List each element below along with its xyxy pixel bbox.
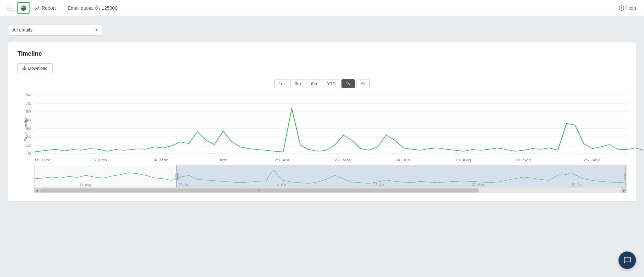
time-btn-ytd[interactable]: YTD <box>323 79 340 88</box>
download-button[interactable]: Download <box>17 63 53 73</box>
time-btn-all[interactable]: All <box>356 79 370 88</box>
top-nav: Report Email quota: 0 / 125000 ? Help <box>0 0 644 16</box>
navigator-left-handle[interactable] <box>175 173 179 180</box>
scroll-thumb[interactable] <box>40 188 479 192</box>
page-content: All emails Sent Opened Clicked Bounced ▼… <box>0 16 644 209</box>
report-label: Report <box>42 5 56 11</box>
svg-point-3 <box>35 9 36 10</box>
svg-text:29. Apr: 29. Apr <box>275 158 290 162</box>
svg-text:27. May: 27. May <box>335 158 352 162</box>
mini-label-4: 15. Apr <box>374 183 384 187</box>
svg-rect-0 <box>7 6 13 6</box>
chat-widget-button[interactable] <box>619 252 636 269</box>
svg-text:1. Apr: 1. Apr <box>214 158 227 162</box>
svg-text:60: 60 <box>25 110 31 114</box>
mini-label-5: 27. May <box>472 183 484 187</box>
svg-text:84: 84 <box>25 93 31 97</box>
mini-chart: 14. Aug 22. Jan 4. Mar 15. Apr 27. May 2… <box>34 165 627 188</box>
time-btn-3m[interactable]: 3m <box>290 79 305 88</box>
email-filter-select[interactable]: All emails Sent Opened Clicked Bounced <box>8 24 102 36</box>
svg-text:19. Aug: 19. Aug <box>455 158 471 162</box>
chart-container: Email timeline <box>17 95 627 193</box>
chart-scrollbar[interactable]: ◀ ▶ <box>34 188 627 193</box>
svg-rect-2 <box>7 10 13 10</box>
mini-label-6: 22. Jul <box>571 183 581 187</box>
scroll-right-arrow[interactable]: ▶ <box>621 188 627 193</box>
svg-text:24. Jun: 24. Jun <box>395 158 410 162</box>
time-btn-1y[interactable]: 1y <box>341 79 355 88</box>
svg-text:12: 12 <box>25 143 31 147</box>
time-range-buttons: 1m 3m 6m YTD 1y All <box>17 79 627 88</box>
help-button[interactable]: ? Help <box>615 3 640 13</box>
timeline-card: Timeline Download 1m 3m 6m YTD 1y All Em <box>8 42 636 201</box>
mini-label-3: 4. Mar <box>277 183 286 187</box>
mini-label-2: 22. Jan <box>178 183 190 187</box>
hamburger-button[interactable] <box>4 2 16 14</box>
time-btn-1m[interactable]: 1m <box>274 79 289 88</box>
navigator-right-handle[interactable] <box>624 173 627 180</box>
svg-text:18. Dec: 18. Dec <box>34 158 50 162</box>
svg-text:72: 72 <box>25 101 31 105</box>
main-chart-svg: 84 72 60 48 36 24 12 0 18. Dec 5. Feb 4 <box>34 95 627 162</box>
mini-label-1: 14. Aug <box>79 183 91 187</box>
svg-text:36: 36 <box>25 126 31 130</box>
svg-text:4. Mar: 4. Mar <box>154 158 168 162</box>
svg-text:24: 24 <box>25 135 31 139</box>
filter-row: All emails Sent Opened Clicked Bounced ▼ <box>8 24 636 36</box>
timeline-title: Timeline <box>17 50 627 57</box>
logo-button[interactable] <box>17 2 30 14</box>
time-btn-6m[interactable]: 6m <box>307 79 321 88</box>
svg-text:0: 0 <box>28 152 31 156</box>
download-label: Download <box>28 66 48 71</box>
quota-text: Email quota: 0 / 125000 <box>68 5 117 11</box>
svg-text:5. Feb: 5. Feb <box>94 158 107 162</box>
filter-select-wrap: All emails Sent Opened Clicked Bounced ▼ <box>8 24 102 36</box>
scroll-left-arrow[interactable]: ◀ <box>34 188 40 193</box>
report-button[interactable]: Report <box>31 3 60 13</box>
svg-text:48: 48 <box>25 118 31 122</box>
svg-text:?: ? <box>621 7 623 10</box>
svg-rect-1 <box>7 8 13 8</box>
mini-x-labels: 14. Aug 22. Jan 4. Mar 15. Apr 27. May 2… <box>35 183 626 187</box>
svg-text:25. Nov: 25. Nov <box>584 158 600 162</box>
svg-text:30. Sep: 30. Sep <box>515 158 531 162</box>
help-label: Help <box>626 5 636 11</box>
